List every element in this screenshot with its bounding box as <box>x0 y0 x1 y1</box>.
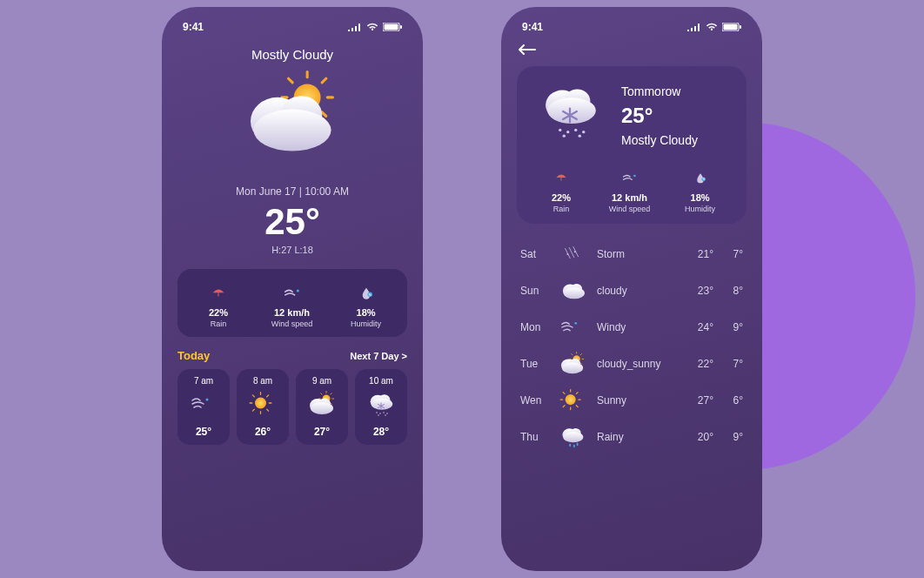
back-row <box>517 42 747 66</box>
stat-humidity: 18% Humidity <box>351 281 381 328</box>
hour-time: 9 am <box>299 376 345 386</box>
status-icons <box>348 23 402 31</box>
day-row[interactable]: Mon Windy 24° 9° <box>517 311 747 344</box>
svg-rect-33 <box>400 25 402 29</box>
svg-rect-36 <box>740 25 741 29</box>
stat-humidity-value: 18% <box>685 192 715 203</box>
next-7-day-button[interactable]: Next 7 Day > <box>350 351 407 361</box>
hour-temp: 26° <box>240 426 285 438</box>
day-low: 9° <box>713 431 743 443</box>
hero-section: Mostly Cloudy Mon June 17 | 10:00 AM 25°… <box>177 42 407 255</box>
sunny-icon <box>555 387 590 413</box>
status-icons <box>687 23 741 31</box>
hour-card[interactable]: 9 am 27° <box>296 369 348 445</box>
stat-rain-label: Rain <box>204 319 233 328</box>
day-row[interactable]: Sun cloudy 23° 8° <box>517 274 747 307</box>
hour-card[interactable]: 7 am 25° <box>177 369 230 445</box>
rainy-icon <box>555 424 590 450</box>
today-header-row: Today Next 7 Day > <box>177 349 407 362</box>
day-row[interactable]: Wen Sunny 27° 6° <box>517 384 747 417</box>
snow-cloud-icon <box>531 78 609 152</box>
day-high: 22° <box>684 358 713 370</box>
hour-time: 10 am <box>358 376 404 386</box>
battery-icon <box>722 23 741 31</box>
stat-wind-value: 12 km/h <box>609 192 651 203</box>
cloudy_sunny-icon <box>555 351 590 377</box>
windy-icon <box>555 314 590 340</box>
wind-icon <box>277 281 306 300</box>
stat-wind-value: 12 km/h <box>271 307 313 318</box>
status-bar: 9:41 <box>517 19 747 42</box>
battery-icon <box>383 23 402 31</box>
status-time: 9:41 <box>522 21 543 33</box>
hour-card[interactable]: 10 am 28° <box>355 369 407 445</box>
stat-wind: 12 km/h Wind speed <box>271 281 313 328</box>
day-low: 7° <box>713 248 743 260</box>
high-low-label: H:27 L:18 <box>177 245 407 255</box>
windy-icon <box>184 391 223 417</box>
datetime-label: Mon June 17 | 10:00 AM <box>177 185 407 198</box>
day-high: 24° <box>684 321 713 333</box>
svg-rect-35 <box>724 24 738 30</box>
hour-temp: 28° <box>358 426 404 438</box>
day-low: 8° <box>713 285 743 297</box>
signal-icon <box>687 23 701 31</box>
summary-condition: Mostly Cloudy <box>621 133 698 147</box>
day-high: 27° <box>684 394 713 407</box>
status-time: 9:41 <box>183 21 204 33</box>
humidity-icon <box>689 166 712 185</box>
stat-humidity: 18% Humidity <box>685 166 715 213</box>
day-low: 6° <box>713 394 743 407</box>
day-name: Mon <box>520 321 555 333</box>
day-name: Thu <box>520 431 555 443</box>
day-low: 7° <box>713 358 743 370</box>
wifi-icon <box>366 23 378 31</box>
today-title: Today <box>177 349 210 362</box>
back-icon[interactable] <box>519 44 536 56</box>
condition-label: Mostly Cloudy <box>177 47 407 62</box>
hour-time: 8 am <box>240 376 285 386</box>
day-name: Tue <box>520 358 555 370</box>
stat-rain: 22% Rain <box>548 166 574 213</box>
stat-humidity-value: 18% <box>351 307 381 318</box>
stat-humidity-label: Humidity <box>685 205 715 213</box>
hour-card[interactable]: 8 am 26° <box>237 369 289 445</box>
temperature-main: 25° <box>177 201 407 243</box>
day-low: 9° <box>713 321 743 333</box>
wind-icon <box>616 166 642 185</box>
stat-rain-label: Rain <box>548 205 574 213</box>
summary-day: Tommorow <box>621 84 698 98</box>
day-row[interactable]: Tue cloudy_sunny 22° 7° <box>517 347 747 380</box>
day-high: 21° <box>684 248 713 260</box>
summary-temp: 25° <box>621 104 698 128</box>
sunny-icon <box>244 391 282 417</box>
hourly-grid: 7 am 25° 8 am 26° 9 am 27° 10 am 28° <box>177 369 407 445</box>
stat-wind-label: Wind speed <box>609 205 651 213</box>
phone-screen-forecast: 9:41 Tommorow 25° Mostly Cloudy 22% Rain <box>501 7 762 571</box>
hour-temp: 25° <box>181 426 226 438</box>
day-name: Sat <box>520 248 555 260</box>
day-high: 23° <box>684 285 713 297</box>
wifi-icon <box>706 23 718 31</box>
cloudy_sunny-icon <box>303 391 341 417</box>
status-bar: 9:41 <box>177 19 407 42</box>
day-row[interactable]: Sat Storm 21° 7° <box>517 238 747 271</box>
svg-rect-32 <box>385 24 398 30</box>
stat-humidity-label: Humidity <box>351 319 381 328</box>
stat-wind-label: Wind speed <box>271 319 313 328</box>
day-condition: Rainy <box>590 431 684 443</box>
day-list: Sat Storm 21° 7° Sun cloudy 23° 8° Mon W… <box>517 238 747 454</box>
stat-rain: 22% Rain <box>204 281 233 328</box>
day-name: Sun <box>520 285 555 297</box>
day-name: Wen <box>520 394 555 407</box>
stat-wind: 12 km/h Wind speed <box>609 166 651 213</box>
day-high: 20° <box>684 431 713 443</box>
day-row[interactable]: Thu Rainy 20° 9° <box>517 420 747 454</box>
storm-icon <box>555 241 590 267</box>
phone-screen-today: 9:41 Mostly Cloudy Mon June 17 | 10:00 A… <box>162 7 423 571</box>
humidity-icon <box>353 281 379 300</box>
umbrella-icon <box>548 166 574 185</box>
day-condition: Storm <box>590 248 684 260</box>
weather-hero-icon <box>231 71 353 175</box>
tomorrow-summary-card: Tommorow 25° Mostly Cloudy 22% Rain 12 k… <box>517 66 747 224</box>
